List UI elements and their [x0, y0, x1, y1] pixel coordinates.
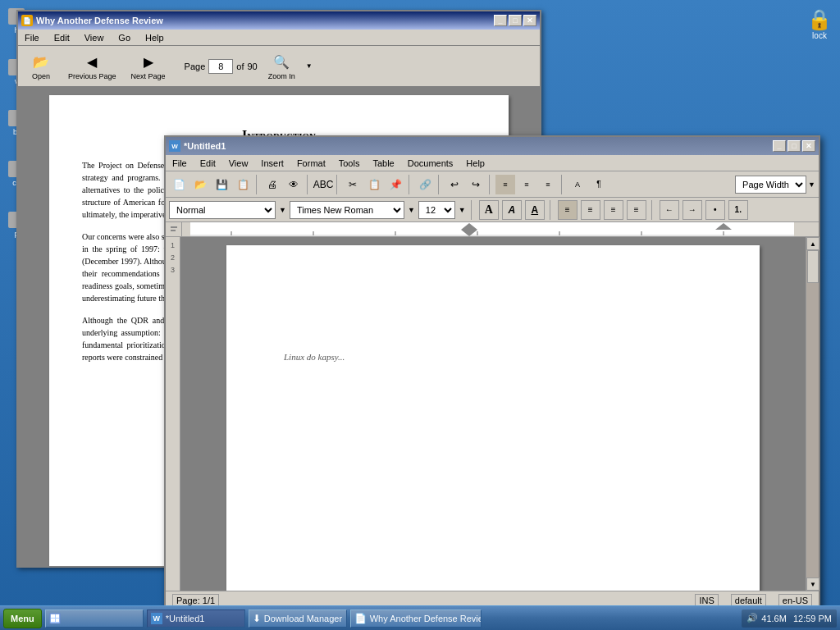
pdf-close-button[interactable]: ✕: [523, 15, 536, 26]
pdf-open-button[interactable]: 📂 Open: [25, 50, 57, 83]
print-preview-button[interactable]: 👁: [284, 175, 304, 194]
writer-sidebar: 1 2 3: [166, 237, 180, 591]
svg-rect-3: [190, 223, 794, 236]
italic-button[interactable]: A: [502, 200, 522, 220]
page-width-dropdown-arrow[interactable]: ▼: [808, 180, 815, 189]
writer-toolbar1: 📄 📂 💾 📋 🖨 👁 ABC ✂ 📋 📌 🔗 ↩ ↪ ≡ ≡ ≡ A ¶: [166, 171, 819, 198]
new-button[interactable]: 📄: [169, 175, 189, 194]
paste-button[interactable]: 📌: [386, 175, 405, 194]
writer-menu-table[interactable]: Table: [369, 158, 397, 169]
pdf-menu-file[interactable]: File: [21, 32, 43, 43]
scrollbar-thumb[interactable]: [807, 250, 819, 283]
writer-toolbar2: Normal ▼ Times New Roman ▼ 12 ▼ A A A ≡ …: [166, 198, 819, 222]
align-center-button[interactable]: ≡: [581, 200, 600, 220]
taskbar-download-manager[interactable]: ⬇ Download Manager: [249, 609, 347, 628]
format-btn1[interactable]: ≡: [495, 175, 515, 194]
pdf-menu-go[interactable]: Go: [115, 32, 134, 43]
pdf-prev-page-button[interactable]: ◀ Previous Page: [64, 50, 121, 83]
clock: 12:59 PM: [793, 614, 832, 623]
writer-page[interactable]: Linux do kapsy...: [226, 245, 760, 591]
highlight-button[interactable]: A: [568, 175, 587, 194]
format-btn2[interactable]: ≡: [517, 175, 536, 194]
hyperlink-button[interactable]: 🔗: [415, 175, 435, 194]
align-right-button[interactable]: ≡: [604, 200, 623, 220]
underline-button[interactable]: A: [525, 200, 545, 220]
zoom-in-icon: 🔍: [272, 52, 291, 72]
nonprint-button[interactable]: ¶: [589, 175, 609, 194]
paragraph-style-select[interactable]: Normal: [169, 201, 276, 219]
sep8: [471, 200, 474, 220]
size-dropdown-icon: ▼: [459, 206, 466, 214]
style-mode-text: default: [735, 596, 762, 605]
page-label: Page: [185, 62, 206, 71]
scroll-down-button[interactable]: ▼: [806, 578, 819, 591]
pdf-menu-help[interactable]: Help: [142, 32, 167, 43]
pdf-window-title: Why Another Defense Review: [36, 16, 163, 25]
writer-menu-documents[interactable]: Documents: [404, 158, 457, 169]
list-number-button[interactable]: 1.: [728, 200, 748, 220]
redo-button[interactable]: ↪: [466, 175, 486, 194]
font-size-select[interactable]: 12: [418, 201, 455, 219]
writer-titlebar[interactable]: W *Untitled1 _ □ ✕: [166, 137, 819, 155]
writer-menu-view[interactable]: View: [226, 158, 252, 169]
list-bullet-button[interactable]: •: [705, 200, 725, 220]
pdf-page-input[interactable]: [208, 59, 233, 74]
open-button[interactable]: 📂: [190, 175, 210, 194]
writer-minimize-button[interactable]: _: [773, 140, 786, 152]
writer-content-area: Linux do kapsy...: [180, 237, 806, 591]
pdf-app-icon: 📄: [21, 15, 33, 26]
taskbar-untitled1-label: *Untitled1: [166, 614, 205, 623]
sep6: [489, 175, 492, 194]
taskbar: Menu W *Untitled1 ⬇ Download Manager 📄 W…: [0, 605, 840, 630]
pdf-minimize-button[interactable]: _: [494, 15, 507, 26]
indent-more-button[interactable]: →: [682, 200, 702, 220]
writer-app-icon: W: [169, 140, 180, 152]
taskbar-defense-review[interactable]: 📄 Why Another Defense Review: [350, 609, 482, 628]
save-as-button[interactable]: 📋: [233, 175, 253, 194]
pdf-next-page-button[interactable]: ▶ Next Page: [127, 50, 170, 83]
writer-menu-format[interactable]: Format: [294, 158, 329, 169]
writer-menu-insert[interactable]: Insert: [258, 158, 287, 169]
font-select[interactable]: Times New Roman: [290, 201, 404, 219]
taskbar-untitled1[interactable]: W *Untitled1: [147, 609, 245, 628]
align-justify-button[interactable]: ≡: [627, 200, 646, 220]
bold-button[interactable]: A: [479, 200, 499, 220]
print-button[interactable]: 🖨: [262, 175, 282, 194]
save-button[interactable]: 💾: [212, 175, 231, 194]
lock-icon[interactable]: 🔒 lock: [807, 8, 832, 40]
writer-body: 1 2 3 Linux do kapsy... ▲ ▼: [166, 237, 819, 591]
sep4: [409, 175, 412, 194]
page-width-select[interactable]: Page Width: [735, 176, 806, 194]
sep7: [561, 175, 564, 194]
ruler-ticks: [190, 223, 794, 236]
pdf-page-total: 90: [247, 62, 257, 71]
format-btn3[interactable]: ≡: [538, 175, 558, 194]
undo-button[interactable]: ↩: [445, 175, 464, 194]
writer-menu-edit[interactable]: Edit: [197, 158, 219, 169]
align-left-button[interactable]: ≡: [558, 200, 578, 220]
cut-button[interactable]: ✂: [343, 175, 363, 194]
pdf-dropdown-arrow[interactable]: ▼: [306, 62, 313, 70]
pdf-menu-view[interactable]: View: [81, 32, 107, 43]
pdf-titlebar[interactable]: 📄 Why Another Defense Review _ □ ✕: [18, 11, 540, 30]
spell-button[interactable]: ABC: [313, 175, 333, 194]
svg-rect-14: [56, 614, 59, 618]
writer-maximize-button[interactable]: □: [788, 140, 801, 152]
scrollbar-track: [806, 250, 819, 578]
indent-less-button[interactable]: ←: [660, 200, 679, 220]
copy-button[interactable]: 📋: [364, 175, 384, 194]
writer-menu-help[interactable]: Help: [463, 158, 488, 169]
taskbar-quick-launch[interactable]: [45, 609, 144, 628]
start-button[interactable]: Menu: [3, 609, 42, 628]
sep5: [438, 175, 441, 194]
scroll-up-button[interactable]: ▲: [806, 237, 819, 250]
writer-menu-file[interactable]: File: [169, 158, 190, 169]
writer-ruler: [166, 222, 819, 237]
pdf-maximize-button[interactable]: □: [509, 15, 522, 26]
writer-menu-tools[interactable]: Tools: [336, 158, 363, 169]
writer-close-button[interactable]: ✕: [802, 140, 815, 152]
pdf-zoom-in-button[interactable]: 🔍 Zoom In: [264, 50, 299, 83]
pdf-menu-edit[interactable]: Edit: [51, 32, 73, 43]
system-tray: 🔊 41.6M 12:59 PM: [742, 609, 837, 628]
language-text: en-US: [783, 596, 808, 605]
